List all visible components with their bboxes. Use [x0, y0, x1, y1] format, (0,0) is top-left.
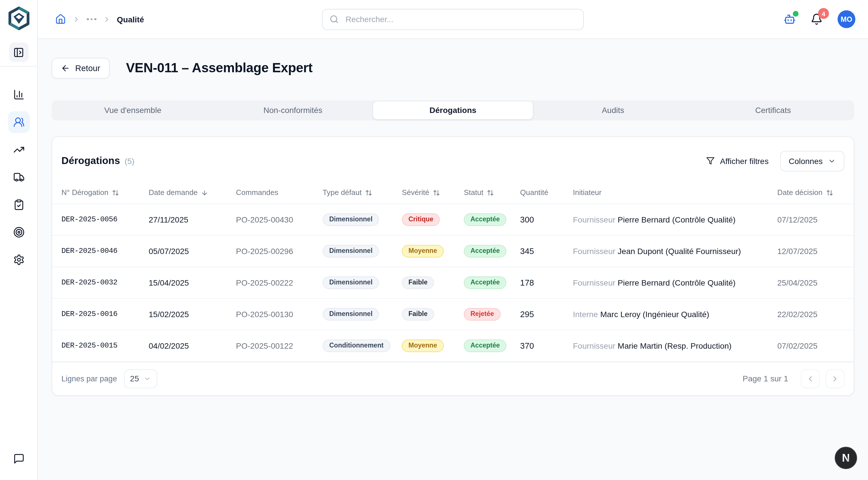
- breadcrumb-separator: [72, 15, 81, 23]
- severite-badge: Faible: [402, 308, 434, 320]
- ellipsis-icon: [87, 19, 89, 20]
- sidebar-item-parametres[interactable]: [8, 249, 30, 271]
- table-row[interactable]: DER-2025-0056 27/11/2025 PO-2025-00430 D…: [52, 204, 854, 236]
- col-header-severite[interactable]: Sévérité: [402, 188, 464, 197]
- date-demande: 04/02/2025: [149, 341, 236, 350]
- sidebar-item-objectifs[interactable]: [8, 221, 30, 243]
- panel-title: Dérogations: [61, 155, 120, 167]
- severite-badge: Critique: [402, 213, 440, 226]
- notifications-button[interactable]: 4: [811, 13, 823, 25]
- rows-per-page-value: 25: [130, 374, 139, 383]
- sidebar-item-commandes[interactable]: [8, 194, 30, 216]
- tab-vue-densemble[interactable]: Vue d'ensemble: [53, 102, 213, 119]
- initiateur-nom: Pierre Bernard (Contrôle Qualité): [618, 278, 736, 287]
- sort-up-down-icon: [826, 189, 833, 196]
- home-breadcrumb-link[interactable]: [55, 14, 66, 25]
- sidebar-nav: [8, 84, 30, 271]
- tab-bar: Vue d'ensemble Non-conformités Dérogatio…: [52, 100, 854, 121]
- table-footer: Lignes par page 25 Page 1 sur 1: [52, 362, 854, 395]
- col-header-date-decision[interactable]: Date décision: [777, 188, 844, 197]
- commande-ref: PO-2025-00296: [236, 247, 322, 256]
- breadcrumb-current: Qualité: [117, 14, 144, 24]
- nextjs-dev-badge[interactable]: N: [835, 447, 857, 469]
- type-defaut-badge: Dimensionnel: [322, 245, 379, 258]
- page-info: Page 1 sur 1: [743, 374, 788, 383]
- commande-ref: PO-2025-00222: [236, 278, 322, 287]
- trending-up-icon: [13, 144, 24, 156]
- commande-ref: PO-2025-00122: [236, 341, 322, 350]
- app-logo-icon: [8, 6, 30, 30]
- table-row[interactable]: DER-2025-0015 04/02/2025 PO-2025-00122 C…: [52, 330, 854, 362]
- panel-header: Dérogations (5) Afficher filtres Colonne…: [52, 137, 854, 182]
- initiateur-type: Fournisseur: [573, 278, 615, 287]
- col-header-type-defaut[interactable]: Type défaut: [322, 188, 402, 197]
- sidebar-item-fournisseurs[interactable]: [8, 111, 30, 133]
- users-icon: [13, 116, 24, 128]
- search-input[interactable]: [344, 14, 577, 24]
- nextjs-logo-icon: N: [842, 452, 849, 464]
- sidebar-item-logistique[interactable]: [8, 166, 30, 188]
- avatar[interactable]: MO: [838, 10, 856, 28]
- chevron-down-icon: [828, 157, 836, 165]
- sort-up-down-icon: [433, 189, 440, 196]
- panel-actions: Afficher filtres Colonnes: [706, 151, 844, 171]
- severite-badge: Faible: [402, 276, 434, 289]
- derogation-number: DER-2025-0015: [61, 342, 149, 350]
- date-decision: 25/04/2025: [777, 278, 844, 287]
- sort-up-down-icon: [112, 189, 119, 196]
- show-filters-button[interactable]: Afficher filtres: [706, 157, 769, 166]
- col-header-date-demande[interactable]: Date demande: [149, 188, 236, 197]
- panel-toggle-icon: [13, 47, 24, 58]
- chevron-right-icon: [72, 15, 81, 23]
- sidebar-divider: [0, 66, 37, 67]
- date-decision: 07/02/2025: [777, 341, 844, 350]
- quantite: 345: [520, 247, 573, 256]
- table-row[interactable]: DER-2025-0046 05/07/2025 PO-2025-00296 D…: [52, 236, 854, 267]
- col-header-statut[interactable]: Statut: [464, 188, 520, 197]
- initiateur-type: Interne: [573, 310, 598, 319]
- statut-badge: Rejetée: [464, 308, 501, 320]
- tab-certificats[interactable]: Certificats: [693, 102, 853, 119]
- next-page-button[interactable]: [826, 369, 844, 388]
- sidebar-item-performances[interactable]: [8, 139, 30, 161]
- breadcrumb-ellipsis[interactable]: [87, 19, 96, 20]
- tab-derogations[interactable]: Dérogations: [373, 102, 533, 119]
- commande-ref: PO-2025-00430: [236, 215, 322, 224]
- col-header-initiateur: Initiateur: [573, 188, 777, 197]
- clipboard-check-icon: [13, 199, 24, 210]
- sidebar-collapse-button[interactable]: [9, 42, 28, 62]
- derogation-number: DER-2025-0016: [61, 310, 149, 318]
- col-header-quantite: Quantité: [520, 188, 573, 197]
- tab-non-conformites[interactable]: Non-conformités: [213, 102, 373, 119]
- target-icon: [13, 227, 24, 238]
- sidebar-item-dashboard[interactable]: [8, 84, 30, 105]
- quantite: 300: [520, 215, 573, 224]
- col-header-num-derogation[interactable]: N° Dérogation: [61, 188, 149, 197]
- derogation-number: DER-2025-0056: [61, 215, 149, 224]
- date-demande: 15/02/2025: [149, 310, 236, 319]
- sidebar-item-support-chat[interactable]: [8, 448, 30, 470]
- back-button-label: Retour: [75, 64, 100, 73]
- assistant-button[interactable]: [784, 13, 796, 25]
- type-defaut-badge: Dimensionnel: [322, 276, 379, 289]
- statut-badge: Acceptée: [464, 339, 506, 352]
- rows-per-page-label: Lignes par page: [61, 375, 117, 383]
- initiateur-nom: Jean Dupont (Qualité Fournisseur): [618, 247, 741, 256]
- table-row[interactable]: DER-2025-0032 15/04/2025 PO-2025-00222 D…: [52, 267, 854, 299]
- sort-down-icon: [201, 189, 208, 196]
- settings-icon: [13, 254, 24, 266]
- table-row[interactable]: DER-2025-0016 15/02/2025 PO-2025-00130 D…: [52, 299, 854, 330]
- rows-per-page-select[interactable]: 25: [124, 369, 157, 388]
- page-header: Retour VEN-011 – Assemblage Expert: [52, 52, 854, 85]
- sidebar: [0, 0, 38, 480]
- columns-dropdown-button[interactable]: Colonnes: [780, 151, 844, 171]
- main-area: Qualité: [38, 0, 868, 480]
- initiateur: FournisseurPierre Bernard (Contrôle Qual…: [573, 278, 777, 287]
- pagination: Page 1 sur 1: [743, 369, 844, 388]
- notification-count-badge: 4: [818, 8, 829, 19]
- search-bar[interactable]: [322, 9, 584, 30]
- tab-audits[interactable]: Audits: [533, 102, 693, 119]
- back-button[interactable]: Retour: [52, 58, 110, 78]
- previous-page-button[interactable]: [801, 369, 820, 388]
- date-demande: 27/11/2025: [149, 215, 236, 224]
